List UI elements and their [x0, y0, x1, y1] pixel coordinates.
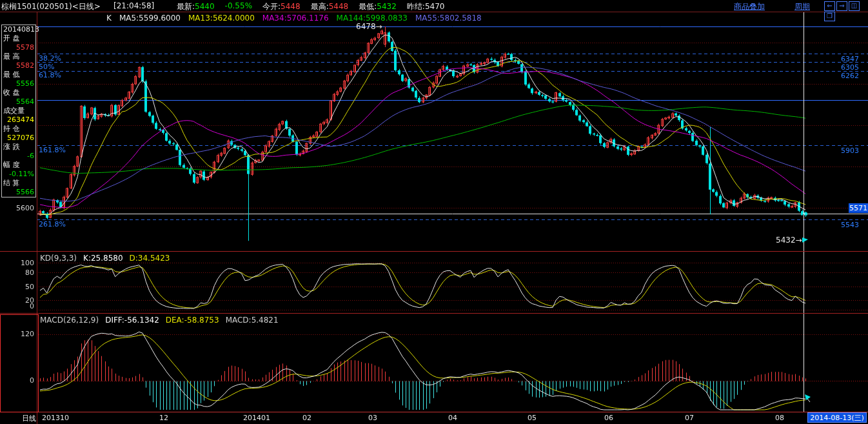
ma-readout: MA13:5624.0000 — [188, 14, 255, 23]
fib-level-label: 61.8% — [39, 71, 61, 79]
quote-item: 最高:5448 — [311, 1, 349, 12]
crosshair-date-box: 2014-08-13(三) — [807, 412, 867, 423]
quote-label: 最高: — [311, 2, 329, 11]
kd-readout: D:34.5423 — [130, 254, 170, 263]
info-value: 5556 — [2, 79, 35, 88]
x-axis-tick: 05 — [528, 414, 537, 422]
low-price-annotation: 5432→ — [776, 236, 802, 245]
trading-app-window: 棕榈1501(020501)<日线> [21:04:58] 最新:5440-0.… — [0, 0, 868, 424]
quote-item: 最新:5440 — [177, 1, 215, 12]
info-value: 5564 — [2, 97, 35, 106]
info-label: 持 仓 — [2, 125, 35, 134]
info-label: 结 算 — [2, 179, 35, 188]
info-value: 5566 — [2, 188, 35, 197]
x-axis-tick: 08 — [775, 414, 784, 422]
kd-y-label: 50 — [0, 283, 34, 291]
info-value: 5578 — [2, 43, 35, 52]
ma-readout: MA55:5802.5818 — [415, 14, 482, 23]
info-label: 最 高 — [2, 52, 35, 61]
ma-k-label: K — [106, 14, 112, 23]
right-price-label: 6347 — [841, 55, 859, 63]
info-value: 263474 — [2, 116, 35, 125]
overlay-link[interactable]: 商品叠加 — [734, 1, 765, 12]
right-price-label: 6262 — [841, 72, 859, 80]
fib-level-label: 261.8% — [39, 220, 66, 228]
info-label: 涨 跌 — [2, 143, 35, 152]
macd-y-label: 0 — [0, 376, 34, 385]
kd-y-label: 0 — [0, 302, 34, 310]
clock: [21:04:58] — [113, 1, 154, 10]
quote-item: 今开:5448 — [262, 1, 301, 12]
back-icon[interactable]: ⇐ — [824, 1, 835, 11]
quote-label: 昨结: — [407, 2, 425, 11]
forward-icon[interactable]: ⇒ — [836, 1, 847, 11]
main-y-axis-label: 5600 — [0, 204, 34, 212]
bottom-separator — [0, 412, 868, 412]
kd-y-label: 80 — [0, 268, 34, 277]
kd-separator — [0, 251, 868, 252]
info-value: 527076 — [2, 134, 35, 143]
quote-label: 最新: — [177, 2, 195, 11]
top-quote-bar: 棕榈1501(020501)<日线> [21:04:58] 最新:5440-0.… — [0, 0, 868, 11]
quote-item: 昨结:5470 — [407, 1, 445, 12]
window-icon-row: ⇐⇒◫❐ — [823, 1, 868, 21]
macd-selection-box[interactable] — [0, 314, 39, 412]
info-date: 20140813 — [2, 25, 35, 34]
ma-readout-row: K MA5:5599.6000MA13:5624.0000MA34:5706.1… — [106, 14, 482, 23]
right-price-label: 5543 — [841, 221, 859, 229]
x-axis-tick: 07 — [685, 414, 694, 422]
fib-level-label: 50% — [39, 63, 54, 71]
x-axis-tick: 12 — [159, 414, 168, 422]
cascade-window-icon[interactable]: ❐ — [824, 12, 835, 21]
macd-readout: MACD(26,12,9) — [40, 316, 99, 325]
quote-value: 5448 — [329, 2, 349, 11]
period-label: 日线 — [14, 414, 36, 423]
macd-readout: DIFF:-56.1342 — [105, 316, 159, 325]
tile-window-icon[interactable]: ◫ — [849, 1, 860, 11]
fib-level-label: 161.8% — [39, 146, 66, 154]
macd-y-label: 120 — [0, 330, 34, 338]
ma-readout: MA144:5998.0833 — [337, 14, 408, 23]
quote-label: 今开: — [262, 2, 281, 11]
quote-item: 最低:5432 — [359, 1, 397, 12]
quote-row: 最新:5440-0.55%今开:5448最高:5448最低:5432昨结:547… — [177, 1, 444, 12]
macd-header: MACD(26,12,9)DIFF:-56.1342DEA:-58.8753MA… — [40, 316, 279, 325]
macd-separator — [0, 313, 868, 314]
info-label: 开 盘 — [2, 34, 35, 43]
cursor-arrow-icon — [802, 237, 808, 243]
kd-readout: KD(9,3,3) — [40, 254, 77, 263]
main-chart-canvas[interactable] — [0, 0, 868, 424]
x-axis-tick: 02 — [302, 414, 311, 422]
quote-label: 最低: — [359, 2, 377, 11]
info-value: -0.11% — [2, 170, 35, 179]
info-value: -6 — [2, 152, 35, 161]
macd-readout: MACD:5.4821 — [226, 316, 279, 325]
x-axis-tick: 201310 — [42, 414, 69, 422]
info-value: 5582 — [2, 61, 35, 70]
quote-value: 5440 — [195, 2, 215, 11]
info-label: 幅 度 — [2, 161, 35, 170]
info-label: 收 盘 — [2, 88, 35, 97]
quote-value: 5448 — [281, 2, 301, 11]
peak-price-annotation: 6478→ — [356, 23, 382, 31]
kd-header: KD(9,3,3)K:25.8580D:34.5423 — [40, 254, 170, 263]
kd-readout: K:25.8580 — [83, 254, 123, 263]
kd-y-label: 100 — [0, 259, 34, 267]
x-axis-tick: 06 — [604, 414, 613, 422]
info-label: 最 低 — [2, 70, 35, 79]
quote-value: 5470 — [425, 2, 445, 11]
x-axis-tick: 201401 — [243, 414, 270, 422]
contract-title: 棕榈1501(020501)<日线> — [1, 1, 101, 12]
right-price-label: 6305 — [841, 63, 859, 72]
crosshair-price-box: 5571 — [849, 203, 868, 213]
right-price-label: 5903 — [841, 146, 859, 155]
x-axis-tick: 04 — [448, 414, 457, 422]
ma-readout: MA5:5599.6000 — [119, 14, 181, 23]
quote-value: 5432 — [377, 2, 397, 11]
info-label: 成交量 — [2, 106, 35, 116]
period-link[interactable]: 周期 — [794, 1, 810, 12]
candle-info-panel: 20140813 开 盘5578最 高5582最 低5556收 盘5564成交量… — [1, 25, 36, 197]
x-axis-tick: 03 — [368, 414, 377, 422]
macd-readout: DEA:-58.8753 — [166, 316, 219, 325]
fib-level-label: 38.2% — [39, 54, 61, 63]
